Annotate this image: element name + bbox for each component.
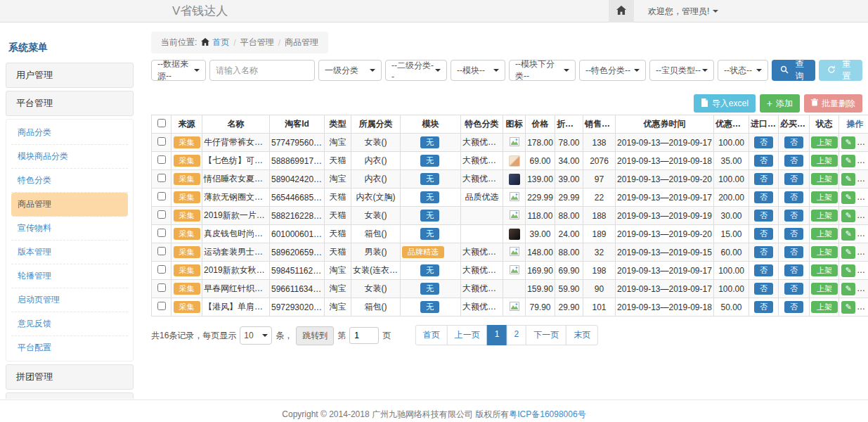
import-optional-badge[interactable]: 否 — [754, 210, 773, 222]
status-badge[interactable]: 上架 — [811, 191, 838, 204]
must-buy-badge[interactable]: 否 — [784, 246, 803, 259]
sidebar-subitem-2[interactable]: 商品分类 — [11, 121, 128, 145]
import-optional-badge[interactable]: 否 — [754, 283, 773, 295]
module-badge[interactable]: 无 — [420, 173, 439, 186]
status-badge[interactable]: 上架 — [811, 210, 838, 222]
must-buy-badge[interactable]: 否 — [784, 136, 803, 149]
filter-status-select[interactable]: --状态-- — [718, 60, 768, 81]
sidebar-subitem-3[interactable]: 模块商品分类 — [11, 145, 128, 169]
filter-module-select[interactable]: --模块-- — [451, 60, 505, 81]
must-buy-badge[interactable]: 否 — [784, 155, 803, 167]
must-buy-badge[interactable]: 否 — [784, 264, 803, 277]
sidebar-item-12[interactable]: 拼团管理 — [6, 364, 134, 390]
module-badge[interactable]: 品牌精选 — [402, 246, 444, 259]
jump-page-input[interactable] — [349, 327, 379, 344]
edit-button[interactable]: ✎ — [841, 136, 855, 149]
status-badge[interactable]: 上架 — [811, 246, 838, 259]
import-excel-button[interactable]: 导入excel — [694, 94, 756, 113]
status-badge[interactable]: 上架 — [811, 136, 838, 149]
row-checkbox[interactable] — [157, 265, 166, 274]
sidebar-item-0[interactable]: 用户管理 — [6, 63, 134, 88]
name-search-input[interactable] — [209, 60, 315, 81]
filter-level2-select[interactable]: --二级分类-- — [385, 60, 447, 81]
breadcrumb-home-link[interactable]: 首页 — [201, 37, 229, 49]
module-badge[interactable]: 无 — [420, 136, 439, 149]
row-checkbox[interactable] — [157, 283, 166, 292]
sidebar-subitem-9[interactable]: 启动页管理 — [11, 288, 128, 312]
row-checkbox[interactable] — [157, 155, 166, 164]
import-optional-badge[interactable]: 否 — [754, 173, 773, 186]
must-buy-badge[interactable]: 否 — [784, 210, 803, 222]
module-badge[interactable]: 无 — [420, 210, 439, 222]
sidebar-subitem-10[interactable]: 意见反馈 — [11, 312, 128, 336]
module-badge[interactable]: 无 — [420, 264, 439, 277]
row-checkbox[interactable] — [157, 210, 166, 219]
module-badge[interactable]: 无 — [420, 191, 439, 204]
import-optional-badge[interactable]: 否 — [754, 264, 773, 277]
must-buy-badge[interactable]: 否 — [784, 283, 803, 295]
must-buy-badge[interactable]: 否 — [784, 191, 803, 204]
home-button[interactable] — [609, 0, 634, 23]
page-button-首页[interactable]: 首页 — [415, 325, 448, 345]
must-buy-badge[interactable]: 否 — [784, 173, 803, 186]
filter-data-source-select[interactable]: --数据来源-- — [151, 60, 206, 81]
row-checkbox[interactable] — [157, 302, 166, 310]
import-optional-badge[interactable]: 否 — [754, 136, 773, 149]
status-badge[interactable]: 上架 — [811, 155, 838, 167]
edit-button[interactable]: ✎ — [841, 210, 855, 222]
row-checkbox[interactable] — [157, 137, 166, 146]
sidebar-subitem-6[interactable]: 宣传物料 — [11, 217, 128, 241]
icp-link[interactable]: 粤ICP备16098006号 — [509, 409, 585, 419]
import-optional-badge[interactable]: 否 — [754, 228, 773, 241]
reset-button[interactable]: 重置 — [819, 60, 862, 81]
batch-delete-button[interactable]: 批量删除 — [804, 94, 862, 113]
sidebar-subitem-7[interactable]: 版本管理 — [11, 241, 128, 264]
status-badge[interactable]: 上架 — [811, 283, 838, 295]
sidebar-subitem-4[interactable]: 特色分类 — [11, 169, 128, 193]
page-button-上一页[interactable]: 上一页 — [447, 325, 488, 345]
row-checkbox[interactable] — [157, 192, 166, 200]
edit-button[interactable]: ✎ — [841, 283, 855, 295]
sidebar-subitem-11[interactable]: 平台配置 — [11, 336, 128, 359]
import-optional-badge[interactable]: 否 — [754, 246, 773, 259]
edit-button[interactable]: ✎ — [841, 173, 855, 186]
filter-level1-select[interactable]: 一级分类 — [318, 60, 382, 81]
per-page-select[interactable]: 10 — [240, 326, 272, 345]
status-badge[interactable]: 上架 — [811, 173, 838, 186]
sidebar-subitem-5[interactable]: 商品管理 — [11, 193, 128, 217]
filter-module-sub-select[interactable]: --模块下分类-- — [509, 60, 576, 81]
row-checkbox[interactable] — [157, 174, 166, 182]
search-button[interactable]: 查询 — [772, 60, 815, 81]
row-checkbox[interactable] — [157, 229, 166, 237]
edit-button[interactable]: ✎ — [841, 246, 855, 259]
import-optional-badge[interactable]: 否 — [754, 191, 773, 204]
must-buy-badge[interactable]: 否 — [784, 301, 803, 314]
user-menu[interactable]: 欢迎您，管理员! — [648, 6, 718, 18]
edit-button[interactable]: ✎ — [841, 155, 855, 167]
edit-button[interactable]: ✎ — [841, 264, 855, 277]
import-optional-badge[interactable]: 否 — [754, 301, 773, 314]
edit-button[interactable]: ✎ — [841, 191, 855, 204]
module-badge[interactable]: 无 — [420, 228, 439, 241]
page-button-2[interactable]: 2 — [507, 325, 527, 345]
sidebar-item-1[interactable]: 平台管理 — [6, 91, 134, 116]
status-badge[interactable]: 上架 — [811, 301, 838, 314]
sidebar-subitem-8[interactable]: 轮播管理 — [11, 264, 128, 288]
select-all-checkbox[interactable] — [157, 119, 166, 127]
edit-button[interactable]: ✎ — [841, 301, 855, 314]
must-buy-badge[interactable]: 否 — [784, 228, 803, 241]
page-button-末页[interactable]: 末页 — [566, 325, 598, 345]
status-badge[interactable]: 上架 — [811, 264, 838, 277]
import-optional-badge[interactable]: 否 — [754, 155, 773, 167]
page-button-1[interactable]: 1 — [487, 325, 507, 345]
filter-feature-select[interactable]: --特色分类-- — [579, 60, 646, 81]
edit-button[interactable]: ✎ — [841, 228, 855, 241]
module-badge[interactable]: 无 — [420, 301, 439, 314]
module-badge[interactable]: 无 — [420, 155, 439, 167]
sidebar-item-13[interactable]: 省惠快报 — [6, 392, 134, 399]
row-checkbox[interactable] — [157, 247, 166, 255]
page-button-下一页[interactable]: 下一页 — [526, 325, 566, 345]
filter-item-type-select[interactable]: --宝贝类型-- — [649, 60, 714, 81]
module-badge[interactable]: 无 — [420, 283, 439, 295]
jump-button[interactable]: 跳转到 — [296, 326, 334, 345]
